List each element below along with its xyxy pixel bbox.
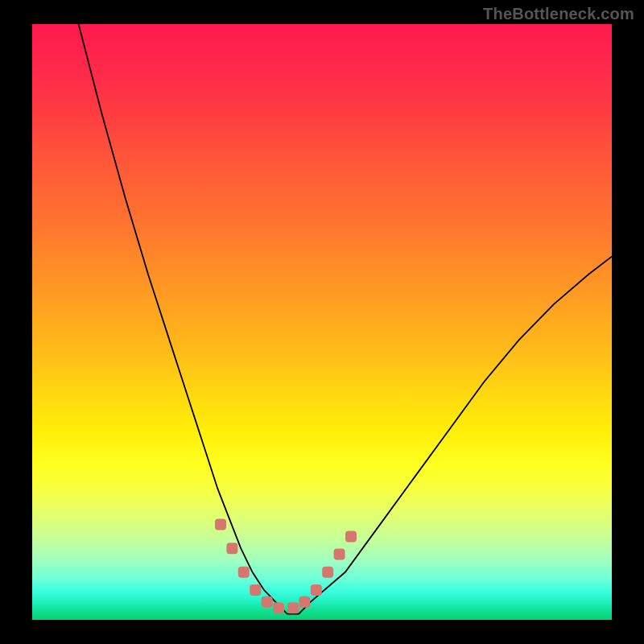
bottleneck-curve bbox=[79, 24, 612, 614]
highlight-marker bbox=[226, 543, 237, 554]
highlight-marker bbox=[250, 584, 261, 596]
highlight-marker bbox=[262, 597, 273, 608]
highlight-marker bbox=[299, 597, 310, 608]
highlight-marker bbox=[311, 584, 322, 596]
highlight-marker bbox=[238, 567, 250, 578]
highlight-marker bbox=[287, 602, 299, 613]
marker-group bbox=[215, 519, 357, 614]
curve-svg bbox=[32, 24, 612, 620]
chart-frame: TheBottleneck.com bbox=[0, 0, 644, 644]
plot-area bbox=[32, 24, 612, 620]
watermark-text: TheBottleneck.com bbox=[483, 5, 634, 23]
highlight-marker bbox=[322, 567, 333, 578]
highlight-marker bbox=[273, 602, 284, 613]
highlight-marker bbox=[334, 549, 345, 560]
highlight-marker bbox=[345, 530, 357, 542]
highlight-marker bbox=[215, 519, 226, 530]
